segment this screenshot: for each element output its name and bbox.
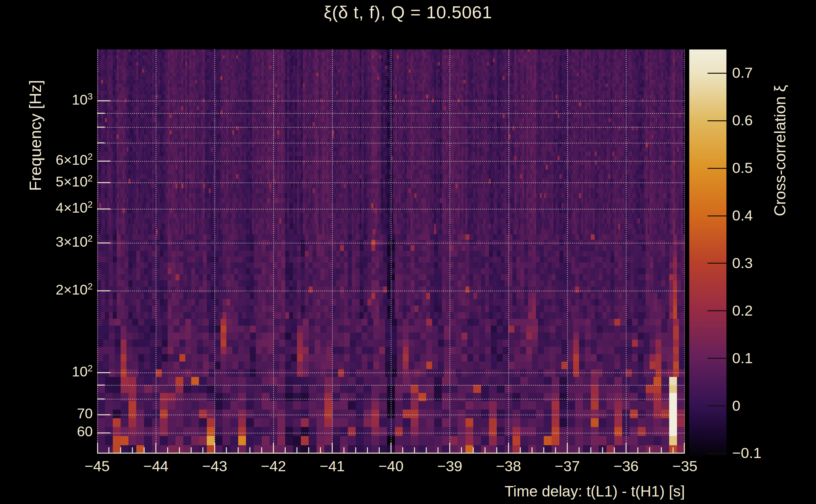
y-tick-label: 4×102 — [0, 199, 93, 216]
x-tick-label: −40 — [366, 457, 416, 475]
colorbar-tick-mark — [708, 453, 727, 454]
y-tick-label: 6×102 — [0, 152, 93, 168]
y-tick-label: 2×102 — [0, 281, 93, 298]
plot-title: ξ(δ t, f), Q = 10.5061 — [0, 2, 816, 22]
x-tick-label: −36 — [601, 457, 652, 475]
colorbar-gradient — [689, 49, 727, 456]
colorbar-tick-mark — [708, 168, 727, 169]
colorbar-tick-mark — [708, 263, 727, 264]
y-tick-label: 60 — [0, 423, 93, 440]
y-tick-label: 5×102 — [0, 173, 93, 190]
colorbar-tick-mark — [708, 405, 727, 406]
colorbar-tick-label: 0.6 — [732, 112, 753, 129]
x-axis-title: Time delay: t(L1) - t(H1) [s] — [370, 483, 685, 500]
x-tick-label: −45 — [72, 457, 122, 475]
colorbar-tick-mark — [708, 120, 727, 121]
colorbar-tick-label: 0 — [732, 397, 740, 414]
colorbar-tick-mark — [708, 310, 727, 311]
colorbar-tick-label: 0.3 — [732, 254, 753, 272]
y-tick-label: 70 — [0, 405, 93, 422]
x-tick-label: −37 — [542, 457, 592, 475]
y-tick-label: 103 — [0, 91, 93, 108]
x-tick-label: −44 — [130, 457, 181, 475]
colorbar-tick-label: 0.5 — [732, 159, 753, 176]
colorbar-tick-label: 0.7 — [732, 64, 753, 81]
colorbar-tick-label: 0.1 — [732, 349, 753, 367]
heatmap-plot-area — [97, 49, 685, 454]
y-tick-label: 102 — [0, 363, 93, 380]
colorbar-tick-mark — [708, 358, 727, 359]
colorbar-tick-mark — [708, 73, 727, 74]
y-tick-label: 3×102 — [0, 233, 93, 250]
colorbar-tick-label: 0.2 — [732, 302, 753, 319]
colorbar-title: Cross-correlation ξ — [771, 85, 789, 216]
colorbar-tick-label: −0.1 — [732, 444, 761, 461]
colorbar-tick-label: 0.4 — [732, 207, 753, 224]
x-tick-label: −43 — [189, 457, 240, 475]
x-tick-label: −35 — [660, 457, 710, 475]
x-tick-label: −41 — [307, 457, 358, 475]
x-tick-label: −42 — [248, 457, 299, 475]
colorbar-tick-mark — [708, 215, 727, 216]
x-tick-label: −39 — [424, 457, 475, 475]
x-tick-label: −38 — [483, 457, 534, 475]
figure: ξ(δ t, f), Q = 10.5061 Frequency [Hz] −4… — [0, 0, 816, 504]
